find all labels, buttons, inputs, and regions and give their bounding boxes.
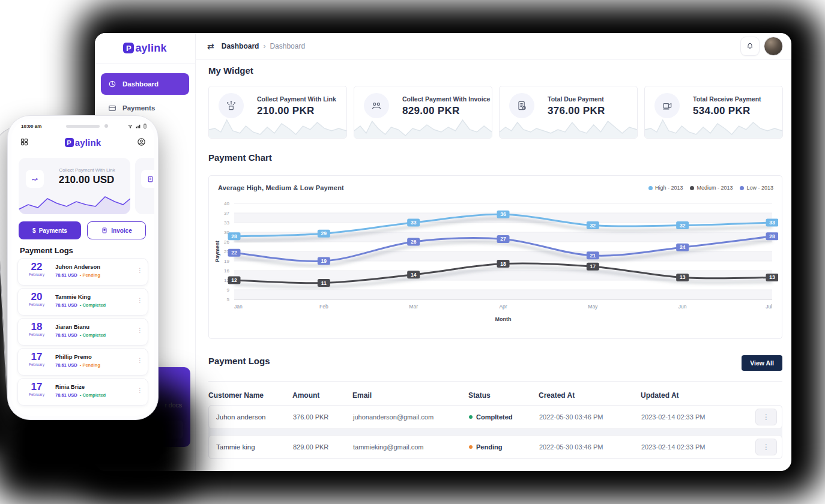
bell-icon bbox=[746, 42, 754, 50]
status-badge: Pending bbox=[80, 272, 100, 278]
svg-text:11: 11 bbox=[321, 280, 327, 286]
row-menu-button[interactable]: ⋮ bbox=[755, 439, 777, 455]
list-item[interactable]: 22February Juhon Anderson 78.61 USDPendi… bbox=[17, 258, 148, 286]
sidebar-item-dashboard[interactable]: Dashboard bbox=[101, 73, 189, 95]
item-menu-icon[interactable]: ⋮ bbox=[137, 387, 143, 394]
legend-item: High - 2013 bbox=[648, 185, 683, 191]
phone-camera bbox=[104, 124, 108, 128]
phone-header: Paylink bbox=[11, 135, 154, 153]
payments-button[interactable]: $Payments bbox=[19, 221, 81, 239]
item-menu-icon[interactable]: ⋮ bbox=[137, 297, 143, 304]
list-item[interactable]: 20February Tammie King 78.61 USDComplete… bbox=[17, 288, 148, 316]
svg-text:Jun: Jun bbox=[678, 304, 687, 310]
svg-text:19: 19 bbox=[224, 259, 229, 264]
phone-sparkline bbox=[19, 191, 130, 214]
widget-sparkline bbox=[209, 116, 346, 138]
legend-item: Medium - 2013 bbox=[690, 185, 733, 191]
svg-text:36: 36 bbox=[500, 211, 506, 217]
account-icon[interactable] bbox=[137, 137, 146, 146]
app-logo[interactable]: Paylink bbox=[95, 33, 195, 64]
svg-text:37: 37 bbox=[224, 211, 229, 216]
widget-sparkline bbox=[500, 116, 637, 138]
svg-text:32: 32 bbox=[680, 223, 686, 229]
phone-log-list: 22February Juhon Anderson 78.61 USDPendi… bbox=[17, 258, 148, 408]
svg-text:28: 28 bbox=[231, 233, 237, 239]
payment-line-chart: 40373330262319161295JanFebMarAprMayJunJu… bbox=[214, 197, 778, 334]
widget-card-due[interactable]: Total Due Payment 376.00 PKR bbox=[499, 86, 638, 139]
battery-icon bbox=[143, 123, 147, 129]
svg-text:14: 14 bbox=[411, 272, 417, 278]
widgets-row: Collect Payment With Link 210.00 PKR Col… bbox=[208, 86, 783, 139]
chart-section-title: Payment Chart bbox=[208, 152, 272, 163]
swap-route-icon bbox=[26, 170, 44, 188]
svg-text:27: 27 bbox=[500, 236, 506, 242]
svg-text:21: 21 bbox=[590, 253, 596, 259]
svg-text:29: 29 bbox=[321, 230, 327, 236]
view-all-button[interactable]: View All bbox=[742, 355, 782, 371]
dashboard-icon bbox=[108, 80, 116, 88]
status-badge: Completed bbox=[80, 302, 106, 308]
widgets-section-title: My Widget bbox=[208, 65, 253, 76]
notifications-button[interactable] bbox=[740, 37, 760, 56]
phone-mockup: 10:00 am Paylink Collect Payment With Li bbox=[7, 115, 159, 420]
payments-icon bbox=[108, 104, 116, 112]
phone-payment-card-partial[interactable] bbox=[135, 158, 154, 214]
svg-text:18: 18 bbox=[500, 261, 506, 267]
phone-app-logo: Paylink bbox=[11, 137, 154, 148]
phone-payment-card[interactable]: Collect Payment With Link 210.00 USD bbox=[19, 158, 130, 214]
user-avatar[interactable] bbox=[764, 37, 783, 56]
svg-text:22: 22 bbox=[231, 250, 237, 256]
phone-speaker bbox=[66, 125, 100, 128]
breadcrumb-current: Dashboard bbox=[270, 42, 305, 50]
logo-p-icon: P bbox=[123, 43, 134, 53]
svg-text:16: 16 bbox=[224, 268, 229, 274]
svg-text:12: 12 bbox=[231, 277, 237, 283]
invoice-icon bbox=[101, 227, 108, 234]
svg-text:40: 40 bbox=[224, 201, 229, 206]
swap-arrows-icon[interactable]: ⇄ bbox=[207, 41, 214, 51]
svg-text:28: 28 bbox=[769, 233, 775, 239]
list-item[interactable]: 17February Phillip Premo 78.61 USDPendin… bbox=[17, 348, 148, 376]
svg-text:Month: Month bbox=[495, 316, 512, 322]
signal-icon bbox=[135, 124, 141, 129]
svg-text:Mar: Mar bbox=[409, 304, 418, 310]
item-menu-icon[interactable]: ⋮ bbox=[137, 357, 143, 364]
widget-card-receive[interactable]: Total Receive Payment 534.00 PKR bbox=[644, 86, 783, 139]
svg-text:5: 5 bbox=[227, 297, 230, 302]
widget-card-invoice[interactable]: Collect Payment With Invoice 829.00 PKR bbox=[354, 86, 492, 139]
logo-p-icon: P bbox=[65, 138, 74, 147]
breadcrumb-root[interactable]: Dashboard bbox=[222, 42, 259, 50]
sidebar-menu: Dashboard Payments bbox=[95, 64, 195, 119]
item-menu-icon[interactable]: ⋮ bbox=[137, 327, 143, 334]
svg-text:33: 33 bbox=[224, 220, 229, 226]
svg-text:32: 32 bbox=[590, 223, 596, 229]
svg-text:Jan: Jan bbox=[234, 304, 243, 310]
svg-text:19: 19 bbox=[321, 258, 327, 264]
top-header: ⇄ Dashboard › Dashboard bbox=[195, 33, 791, 60]
payment-invoice-icon bbox=[364, 93, 389, 118]
svg-text:24: 24 bbox=[680, 244, 686, 250]
widget-card-link[interactable]: Collect Payment With Link 210.00 PKR bbox=[208, 86, 347, 139]
table-row[interactable]: Tammie king 829.00 PKR tammieking@gmail.… bbox=[208, 435, 782, 459]
svg-text:33: 33 bbox=[411, 220, 417, 226]
svg-text:May: May bbox=[588, 304, 598, 310]
list-item[interactable]: 17February Rinia Brize 78.61 USDComplete… bbox=[17, 378, 148, 406]
table-row[interactable]: Juhon anderson 376.00 PKR juhonanderson@… bbox=[208, 405, 782, 429]
item-menu-icon[interactable]: ⋮ bbox=[137, 267, 143, 274]
divider bbox=[208, 381, 782, 382]
phone-logs-title: Payment Logs bbox=[20, 246, 73, 255]
widget-sparkline bbox=[354, 116, 492, 138]
payment-chart-card: Average High, Medium & Low Payment High … bbox=[208, 175, 782, 339]
payment-link-icon bbox=[219, 93, 244, 118]
row-menu-button[interactable]: ⋮ bbox=[755, 409, 777, 425]
status-badge: Complteted bbox=[469, 413, 539, 421]
list-item[interactable]: 18February Jiaran Bianu 78.61 USDComplet… bbox=[17, 318, 148, 346]
status-badge: Completed bbox=[80, 392, 106, 398]
svg-text:Apr: Apr bbox=[499, 304, 507, 310]
widget-sparkline bbox=[645, 116, 782, 138]
phone-time: 10:00 am bbox=[21, 124, 41, 129]
svg-text:13: 13 bbox=[769, 274, 775, 280]
invoice-button[interactable]: Invoice bbox=[87, 221, 146, 239]
svg-text:26: 26 bbox=[411, 239, 417, 245]
chevron-right-icon: › bbox=[263, 42, 265, 50]
